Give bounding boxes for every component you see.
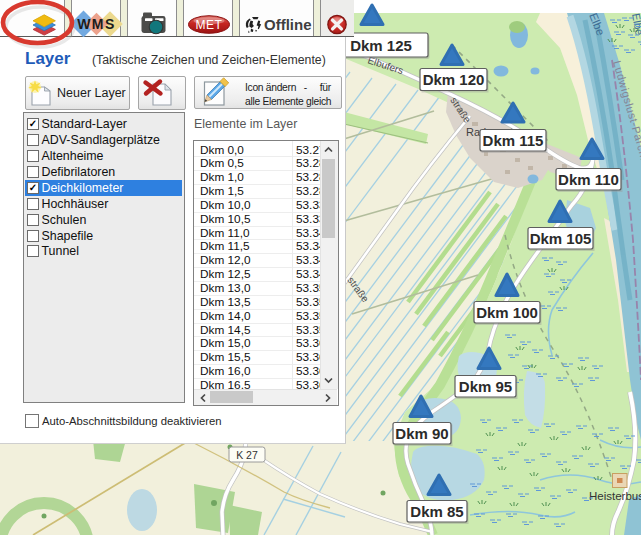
svg-text:Heisterbusch: Heisterbusch xyxy=(589,490,641,502)
svg-text:Dkm 115: Dkm 115 xyxy=(483,132,544,149)
svg-text:Dkm 105: Dkm 105 xyxy=(530,230,592,247)
svg-text:Dkm 95: Dkm 95 xyxy=(459,378,512,395)
svg-text:Dkm 85: Dkm 85 xyxy=(410,503,463,520)
svg-text:Dkm 125: Dkm 125 xyxy=(350,37,412,54)
svg-text:Dkm 90: Dkm 90 xyxy=(395,425,448,442)
svg-text:Dkm 100: Dkm 100 xyxy=(476,304,538,321)
svg-text:Dkm 110: Dkm 110 xyxy=(558,171,619,188)
svg-text:Dkm 120: Dkm 120 xyxy=(423,71,485,88)
svg-text:K 27: K 27 xyxy=(236,449,258,461)
